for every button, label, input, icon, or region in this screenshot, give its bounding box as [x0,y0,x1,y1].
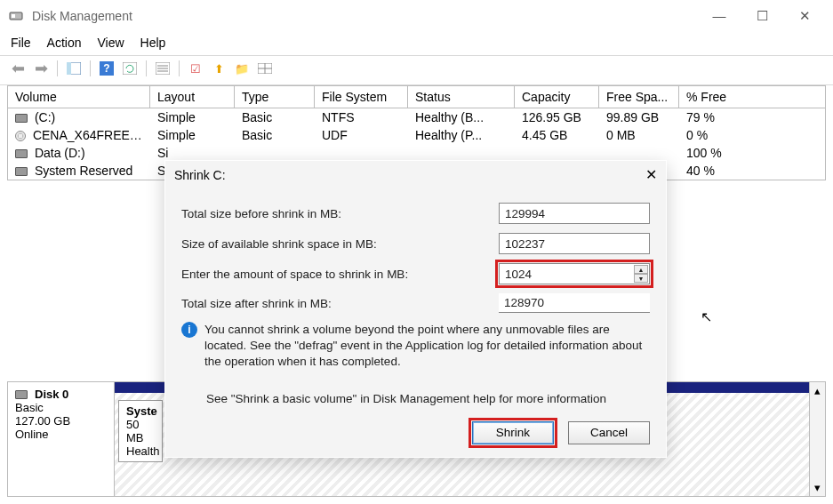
info-icon: i [181,322,197,338]
scrollbar[interactable]: ▴ ▾ [809,382,825,496]
grid-icon[interactable] [256,60,274,77]
window-title: Disk Management [32,9,696,23]
menu-action[interactable]: Action [47,36,82,50]
shrink-amount-input[interactable]: 1024 ▲ ▼ [499,263,650,284]
panel-icon[interactable] [65,60,83,77]
col-filesystem[interactable]: File System [315,86,408,108]
close-button[interactable]: ✕ [789,8,821,24]
shrink-button[interactable]: Shrink [472,421,554,444]
list-icon[interactable] [154,60,172,77]
table-row[interactable]: CENA_X64FREE_E...SimpleBasicUDFHealthy (… [8,126,825,144]
col-capacity[interactable]: Capacity [515,86,599,108]
svg-text:?: ? [103,62,109,75]
disk-info[interactable]: Disk 0 Basic 127.00 GB Online [8,382,115,496]
total-before-label: Total size before shrink in MB: [181,207,499,220]
col-type[interactable]: Type [235,86,315,108]
menu-view[interactable]: View [97,36,124,50]
help-text: See "Shrink a basic volume" in Disk Mana… [206,392,650,405]
available-field: 102237 [499,233,650,254]
table-row[interactable]: (C:)SimpleBasicNTFSHealthy (B...126.95 G… [8,108,825,126]
help-icon[interactable]: ? [98,60,116,77]
shrink-amount-label: Enter the amount of space to shrink in M… [181,268,499,281]
up-icon[interactable]: ⬆ [210,60,228,77]
dialog-title: Shrink C: [174,168,226,182]
partition-name: Syste [126,404,157,418]
total-before-field: 129994 [499,203,650,224]
spin-up-icon[interactable]: ▲ [634,265,648,274]
col-pctfree[interactable]: % Free [679,86,777,108]
menu-file[interactable]: File [11,36,31,50]
total-after-label: Total size after shrink in MB: [181,297,499,310]
dialog-close-icon[interactable]: ✕ [645,166,657,183]
partition-size: 50 MB [126,418,144,444]
col-layout[interactable]: Layout [150,86,235,108]
check-icon[interactable]: ☑ [187,60,204,77]
minimize-button[interactable]: — [703,8,735,24]
toolbar: ⬅ ➡ ? ☑ ⬆ 📁 [0,56,833,85]
menu-help[interactable]: Help [140,36,166,50]
drive-icon [15,167,28,176]
shrink-dialog: Shrink C: ✕ Total size before shrink in … [164,160,667,458]
cancel-button[interactable]: Cancel [568,421,650,444]
app-icon [7,7,25,25]
drive-icon [15,114,28,123]
spin-down-icon[interactable]: ▼ [634,274,648,283]
folder-icon[interactable]: 📁 [233,60,251,77]
mouse-cursor: ↖ [701,308,712,325]
scroll-down-icon[interactable]: ▾ [814,481,821,494]
column-headers[interactable]: Volume Layout Type File System Status Ca… [8,86,825,108]
scroll-up-icon[interactable]: ▴ [814,384,821,397]
total-after-field: 128970 [499,293,650,313]
refresh-icon[interactable] [121,60,139,77]
back-icon[interactable]: ⬅ [9,60,27,77]
partition-status: Health [126,444,160,458]
disk-size: 127.00 GB [15,414,107,428]
forward-icon[interactable]: ➡ [32,60,50,77]
drive-icon [15,149,28,158]
col-status[interactable]: Status [408,86,515,108]
menubar: File Action View Help [0,32,833,56]
table-row[interactable]: Data (D:)Si100 % [8,144,825,162]
disk-name: Disk 0 [35,388,68,401]
partition[interactable]: Syste 50 MB Health [118,400,163,462]
svg-rect-1 [12,14,15,18]
available-label: Size of available shrink space in MB: [181,237,499,251]
info-text: You cannot shrink a volume beyond the po… [204,322,650,371]
maximize-button[interactable]: ☐ [746,8,778,24]
svg-rect-3 [67,62,71,75]
drive-icon [15,131,26,141]
disk-type: Basic [15,401,107,414]
col-freespace[interactable]: Free Spa... [599,86,679,108]
disk-state: Online [15,428,107,441]
col-volume[interactable]: Volume [8,86,150,108]
svg-rect-6 [123,62,137,75]
window-titlebar: Disk Management — ☐ ✕ [0,0,833,32]
